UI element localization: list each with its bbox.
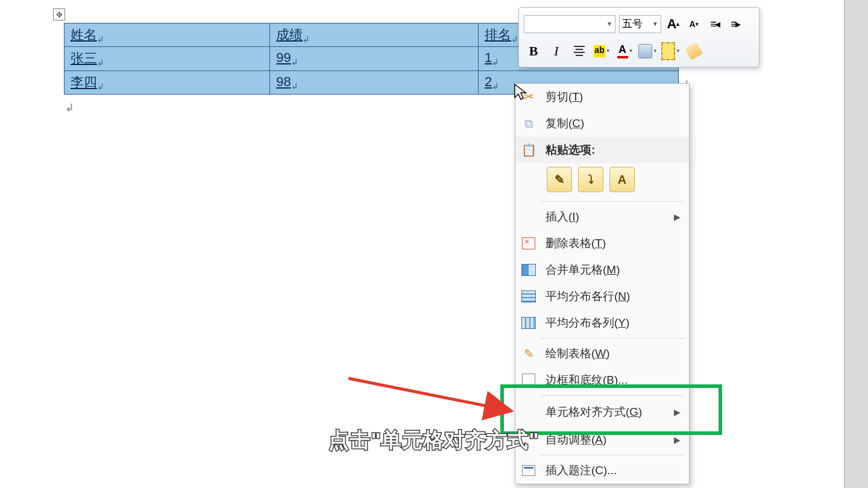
table-move-handle[interactable]: ✥ <box>53 8 65 20</box>
font-color-button[interactable]: A ▼ <box>615 42 635 61</box>
ctx-merge-cells[interactable]: 合并单元格(M) <box>515 257 689 283</box>
ctx-distribute-rows[interactable]: 平均分布各行(N) <box>515 283 689 310</box>
delete-table-icon <box>520 235 537 252</box>
grow-font-button[interactable]: A▴ <box>665 16 682 33</box>
ctx-cut[interactable]: ✂ 剪切(T) <box>515 84 689 110</box>
ctx-distribute-cols[interactable]: 平均分布各列(Y) <box>515 310 689 336</box>
cell-header-score[interactable]: 成绩↲ <box>270 23 479 47</box>
merge-cells-icon <box>520 261 537 278</box>
caption-icon <box>520 462 537 479</box>
cell-para-mark: ↲ <box>511 34 518 44</box>
chevron-down-icon: ▼ <box>606 20 612 27</box>
distribute-rows-icon <box>520 288 537 305</box>
cell-text: 98 <box>276 74 291 89</box>
ctx-paste-options-header: 📋 粘贴选项: <box>515 137 689 163</box>
cell-text: 99 <box>276 50 291 65</box>
blank-icon <box>520 431 537 448</box>
cell-r2c1[interactable]: 李四↲ <box>64 70 270 94</box>
ctx-autofit[interactable]: 自动调整(A) ▶ <box>515 427 689 453</box>
separator <box>541 395 684 396</box>
chevron-right-icon: ▶ <box>674 435 681 445</box>
scissors-icon: ✂ <box>520 89 537 105</box>
chevron-right-icon: ▶ <box>674 407 681 417</box>
ctx-insert-caption[interactable]: 插入题注(C)... <box>515 457 689 484</box>
cell-header-name[interactable]: 姓名↲ <box>64 23 270 47</box>
borders-icon <box>520 372 537 389</box>
bold-button[interactable]: B <box>524 42 543 61</box>
cell-para-mark: ↲ <box>303 34 310 44</box>
chevron-right-icon: ▶ <box>674 212 681 222</box>
shrink-font-button[interactable]: A▾ <box>685 16 702 33</box>
paint-bucket-icon <box>638 44 652 58</box>
mini-toolbar-row2: B I ab ▼ A ▼ ▼ ▼ <box>524 37 754 64</box>
brush-icon <box>685 42 703 60</box>
separator <box>541 201 684 202</box>
cell-text: 张三 <box>71 51 97 66</box>
paragraph-mark: ↲ <box>65 101 74 114</box>
italic-button[interactable]: I <box>547 42 566 61</box>
distribute-cols-icon <box>520 314 537 331</box>
cell-text: 排名 <box>485 27 511 42</box>
paste-options-row: ✎ ⤵ A <box>515 163 689 199</box>
cell-text: 2 <box>485 74 492 89</box>
ctx-draw-table[interactable]: ✎ 绘制表格(W) <box>515 340 689 367</box>
paste-icon: 📋 <box>520 142 537 158</box>
mini-toolbar-row1: ▼ 五号 ▼ A▴ A▾ ≡◂ ≡▸ <box>524 10 754 37</box>
insert-table-button[interactable]: ▼ <box>661 42 681 61</box>
blank-icon <box>520 208 537 225</box>
font-size-value: 五号 <box>622 17 643 31</box>
decrease-indent-button[interactable]: ≡◂ <box>706 16 723 33</box>
chevron-down-icon: ▼ <box>652 20 658 27</box>
font-color-icon: A <box>617 43 628 58</box>
paste-text-only[interactable]: A <box>609 167 635 192</box>
chevron-down-icon: ▼ <box>676 48 681 54</box>
blank-icon <box>520 404 537 421</box>
center-align-button[interactable] <box>570 42 589 61</box>
paste-keep-source[interactable]: ✎ <box>547 167 572 192</box>
ctx-cell-alignment[interactable]: 单元格对齐方式(G) ▶ <box>515 398 689 427</box>
separator <box>541 338 684 339</box>
separator <box>541 455 684 455</box>
increase-indent-button[interactable]: ≡▸ <box>726 16 743 33</box>
page-right-margin <box>844 0 868 488</box>
context-menu: ✂ 剪切(T) ⧉ 复制(C) 📋 粘贴选项: ✎ ⤵ A 插入(I) ▶ 删除… <box>515 83 690 484</box>
paste-merge[interactable]: ⤵ <box>578 167 603 192</box>
cell-r2c2[interactable]: 98↲ <box>270 70 479 94</box>
cell-text: 1 <box>485 50 492 65</box>
cell-text: 李四 <box>71 75 97 90</box>
center-lines-icon <box>574 46 585 56</box>
table-icon <box>661 42 675 60</box>
copy-icon: ⧉ <box>520 115 537 132</box>
ctx-copy[interactable]: ⧉ 复制(C) <box>515 110 689 137</box>
shading-button[interactable]: ▼ <box>638 42 658 61</box>
chevron-down-icon: ▼ <box>606 48 611 54</box>
format-painter-button[interactable] <box>684 42 703 61</box>
font-size-combo[interactable]: 五号 ▼ <box>619 15 661 33</box>
ctx-borders-shading[interactable]: 边框和底纹(B)... <box>515 367 689 393</box>
cell-text: 姓名 <box>71 27 97 42</box>
ctx-delete-table[interactable]: 删除表格(T) <box>515 230 689 257</box>
chevron-down-icon: ▼ <box>629 48 634 54</box>
pencil-icon: ✎ <box>520 345 537 362</box>
ctx-insert[interactable]: 插入(I) ▶ <box>515 204 689 230</box>
highlight-icon: ab <box>594 45 605 57</box>
cell-r1c1[interactable]: 张三↲ <box>64 47 270 70</box>
mini-toolbar: ▼ 五号 ▼ A▴ A▾ ≡◂ ≡▸ B I ab ▼ A ▼ ▼ ▼ <box>518 7 760 67</box>
chevron-down-icon: ▼ <box>653 48 658 54</box>
cell-para-mark: ↲ <box>97 34 104 44</box>
cell-r1c2[interactable]: 99↲ <box>270 47 479 70</box>
font-name-combo[interactable]: ▼ <box>524 15 615 33</box>
cell-text: 成绩 <box>276 27 303 42</box>
highlight-color-button[interactable]: ab ▼ <box>593 42 612 61</box>
